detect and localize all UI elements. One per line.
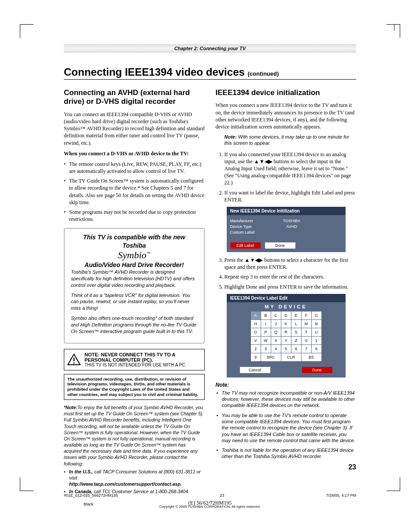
- chapter-header: Chapter 2: Connecting your TV: [64, 44, 356, 53]
- inline-note: Note: With some devices, it may take up …: [216, 134, 357, 147]
- bullet: Some programs may not be recorded due to…: [64, 209, 205, 223]
- step: Repeat step 3 to enter the rest of the c…: [225, 273, 357, 280]
- note-item: The TV may not recognize incompatible or…: [216, 390, 357, 409]
- osd-value: AVHD: [270, 224, 314, 229]
- left-heading: Connecting an AVHD (external hard drive)…: [64, 88, 205, 106]
- osd-edit-label-button[interactable]: Edit Label: [230, 242, 261, 249]
- arrow-icons: ▲▼◀▶: [245, 257, 263, 263]
- left-column: Connecting an AVHD (external hard drive)…: [64, 88, 205, 496]
- para: When you connect a new IEEE1394 device t…: [216, 102, 357, 130]
- symbio-para: Toshiba's Symbio™ AVHD Recorder is desig…: [71, 269, 198, 289]
- osd-label: Manufacturer: [230, 219, 270, 223]
- step: Highlight Done and press ENTER to save t…: [225, 283, 357, 290]
- warning-icon: [67, 353, 81, 366]
- osd-text-display: MY DEVICE: [227, 304, 346, 309]
- step: If you also connected your IEEE1394 devi…: [225, 151, 357, 187]
- notes-heading: Note:: [216, 382, 357, 388]
- osd-label: Custom Label: [230, 230, 270, 235]
- page-number: 23: [348, 463, 356, 471]
- svg-point-1: [74, 363, 75, 364]
- bullet: The TV Guide On Screen™ system is automa…: [64, 177, 205, 206]
- osd-label: Device Type: [230, 224, 270, 229]
- symbio-para: Symbio also offers one-touch recording* …: [71, 315, 198, 335]
- osd-keyboard[interactable]: ABCDEFG HIJKLMN OPQRSTU VWXYZ01 2345678 …: [251, 311, 322, 362]
- osd-cancel-button[interactable]: Cancel: [240, 367, 270, 373]
- right-column: IEEE1394 device initialization When you …: [216, 88, 357, 496]
- osd-init-screen: New IEEE1394 Device Initilization Manufa…: [227, 207, 346, 252]
- warning-box: NOTE: NEVER CONNECT THIS TV TO A PERSONA…: [64, 349, 205, 370]
- footer-meta: #01E_012-025_566272HM195237/28/05, 4:17 …: [64, 493, 356, 498]
- footnote-item: In the U.S., call TACP Consumer Solution…: [64, 469, 205, 487]
- step: If you want to label the device, highlig…: [225, 189, 357, 203]
- footer-model: (E) 56/62/72HM195: [0, 500, 420, 506]
- symbio-brand: Symbio™: [71, 249, 198, 261]
- symbio-line1: This TV is compatible with the new Toshi…: [71, 233, 198, 249]
- osd-title: IEEE1394 Device Label Edit: [227, 294, 346, 302]
- osd-done-button[interactable]: Done: [302, 367, 332, 373]
- osd-value: TOSHIBA: [270, 219, 314, 223]
- symbio-para: Think of it as a "tapeless VCR" for digi…: [71, 292, 198, 312]
- right-heading: IEEE1394 device initialization: [216, 88, 357, 97]
- step: Press the ▲▼◀▶ buttons to select a chara…: [225, 257, 357, 271]
- note-item: You may be able to use the TV's remote c…: [216, 412, 357, 443]
- osd-label-edit-screen: IEEE1394 Device Label Edit MY DEVICE ABC…: [227, 294, 346, 377]
- osd-title: New IEEE1394 Device Initilization: [227, 207, 346, 215]
- note-item: Toshiba is not liable for the operation …: [216, 447, 357, 460]
- arrow-icons: ▲▼◀▶: [254, 158, 273, 165]
- warning-title: NOTE: NEVER CONNECT THIS TV TO A PERSONA…: [85, 352, 202, 363]
- bullet: The remote control keys (Live, REW, PAUS…: [64, 161, 205, 175]
- page-title: Connecting IEEE1394 video devices (conti…: [64, 66, 356, 80]
- warning-sub: THIS TV IS NOT INTENDED FOR USE WITH A P…: [85, 363, 202, 367]
- subhead: When you connect a D-VHS or AVHD device …: [64, 150, 205, 157]
- legal-notice: The unauthorized recording, use, distrib…: [64, 374, 205, 400]
- symbio-line2: Audio/Video Hard Drive Recorder!: [71, 261, 198, 269]
- symbio-callout: This TV is compatible with the new Toshi…: [64, 228, 205, 343]
- osd-done-button[interactable]: Done: [265, 242, 295, 249]
- para: You can connect an IEEE1394 compatible D…: [64, 111, 205, 147]
- footnote: *Note:To enjoy the full benefits of your…: [64, 404, 205, 495]
